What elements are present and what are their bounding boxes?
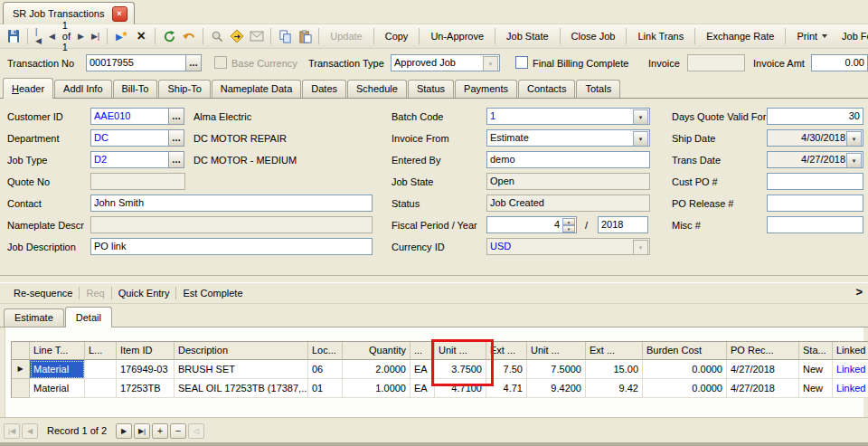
column-header-burden-cost[interactable]: Burden Cost [643, 342, 727, 360]
invoice-amt-field[interactable]: 0.00 [811, 54, 868, 71]
print-button[interactable]: Print [789, 26, 835, 46]
req-button[interactable]: Req [80, 288, 110, 299]
delete-row-button[interactable]: − [170, 423, 186, 439]
job-type-field[interactable]: D2 [90, 151, 169, 168]
column-header-loc[interactable]: Loc... [308, 342, 343, 360]
spinner-up-icon[interactable]: ▴ [562, 218, 575, 225]
cell-linked-link[interactable]: Linked [833, 360, 868, 379]
close-icon[interactable]: × [112, 6, 127, 22]
job-description-field[interactable]: PO link [90, 238, 373, 255]
previous-record-button[interactable]: ◀ [45, 32, 59, 41]
invoice-field[interactable] [687, 54, 745, 71]
exchange-rate-button[interactable]: Exchange Rate [699, 26, 781, 46]
contact-field[interactable]: John Smith [90, 195, 373, 212]
cancel-edit-button[interactable]: ◁ [188, 423, 204, 439]
un-approve-button[interactable]: Un-Approve [423, 26, 491, 46]
tab-schedule[interactable]: Schedule [347, 80, 407, 98]
tab-dates[interactable]: Dates [302, 80, 346, 98]
cell-quantity[interactable]: 2.0000 [343, 360, 410, 379]
preview-button[interactable] [207, 26, 227, 46]
last-row-button[interactable]: ▶| [134, 423, 150, 439]
email-button[interactable] [247, 26, 267, 46]
transaction-type-dropdown[interactable]: Approved Job▾ [391, 54, 500, 71]
cell-unit-price[interactable]: 7.5000 [527, 360, 586, 379]
cell-description[interactable]: SEAL OIL 17253TB (17387,... [175, 379, 308, 398]
next-record-button[interactable]: ▶ [74, 32, 88, 41]
link-trans-button[interactable]: Link Trans [630, 26, 691, 46]
entered-by-field[interactable]: demo [486, 151, 650, 168]
row-selector[interactable] [12, 379, 30, 398]
cell-quantity[interactable]: 1.0000 [343, 379, 410, 398]
cell-status[interactable]: New [799, 360, 833, 379]
tab-header[interactable]: Header [3, 78, 53, 99]
cell-linked-link[interactable]: Linked [833, 379, 868, 398]
fiscal-period-spinner[interactable]: ▴▾ [562, 218, 575, 232]
undo-button[interactable] [179, 26, 199, 46]
department-lookup-button[interactable]: … [168, 129, 184, 147]
update-button[interactable]: Update [323, 26, 369, 46]
cust-po-field[interactable] [767, 173, 863, 190]
cell-loc[interactable]: 06 [308, 360, 343, 379]
tab-nameplate-data[interactable]: Nameplate Data [212, 80, 302, 98]
tab-ship-to[interactable]: Ship-To [158, 80, 210, 98]
currency-id-dropdown[interactable]: USD▾ [486, 238, 650, 255]
trans-date-picker[interactable]: 4/27/2018▾ [767, 151, 863, 168]
batch-code-dropdown[interactable]: 1▾ [486, 108, 650, 125]
cell-ext-price[interactable]: 15.00 [586, 360, 643, 379]
save-button[interactable] [4, 26, 24, 46]
column-header-l[interactable]: L... [85, 342, 117, 360]
row-selector-arrow-icon[interactable]: ▶ [12, 360, 30, 379]
previous-row-button[interactable]: ◀ [22, 423, 38, 439]
column-header-unit-price[interactable]: Unit ... [527, 342, 586, 360]
cell-description[interactable]: BRUSH SET [175, 360, 308, 379]
paste-button[interactable] [295, 26, 315, 46]
chevron-down-icon[interactable]: ▾ [633, 131, 648, 147]
section-splitter[interactable] [0, 275, 868, 283]
job-state-button[interactable]: Job State [499, 26, 555, 46]
tab-payments[interactable]: Payments [455, 80, 517, 98]
cell-burden-cost[interactable]: 0.0000 [643, 379, 727, 398]
tab-addl-info[interactable]: Addl Info [54, 80, 111, 98]
chevron-down-icon[interactable]: ▾ [633, 109, 648, 125]
nameplate-descr-field[interactable] [90, 216, 373, 233]
fiscal-period-field[interactable]: 4▴▾ [486, 216, 577, 233]
column-header-sta[interactable]: Sta... [799, 342, 833, 360]
chevron-down-icon[interactable]: ▾ [846, 153, 862, 168]
ship-date-picker[interactable]: 4/30/2018▾ [767, 129, 863, 147]
cell-po-rec[interactable]: 4/27/2018 [727, 360, 799, 379]
cell-status[interactable]: New [799, 379, 833, 398]
spinner-down-icon[interactable]: ▾ [562, 225, 575, 232]
next-row-button[interactable]: ▶ [116, 423, 132, 439]
misc-field[interactable] [767, 216, 863, 233]
final-billing-complete-checkbox[interactable] [515, 56, 528, 69]
delete-button[interactable]: × [131, 26, 151, 46]
cell-line-type[interactable]: Material [30, 379, 85, 398]
tab-contacts[interactable]: Contacts [518, 80, 575, 98]
cell-item-id[interactable]: 176949-03 [117, 360, 175, 379]
chevron-down-icon[interactable]: ▾ [846, 131, 862, 147]
customer-id-lookup-button[interactable]: … [168, 108, 184, 125]
last-record-button[interactable]: ▶| [88, 32, 103, 41]
cell-l[interactable] [85, 379, 117, 398]
cell-burden-cost[interactable]: 0.0000 [643, 360, 727, 379]
tab-estimate[interactable]: Estimate [4, 308, 64, 327]
copy-record-button[interactable] [275, 26, 295, 46]
toolbar-overflow-chevron[interactable]: > [855, 285, 863, 299]
po-release-field[interactable] [767, 195, 863, 212]
base-currency-checkbox[interactable] [214, 56, 227, 69]
first-row-button[interactable]: |◀ [4, 423, 20, 439]
department-field[interactable]: DC [90, 129, 169, 147]
cell-l[interactable] [85, 360, 117, 379]
close-job-button[interactable]: Close Job [564, 26, 623, 46]
tab-status[interactable]: Status [408, 80, 454, 98]
cell-loc[interactable]: 01 [308, 379, 343, 398]
column-header-item-id[interactable]: Item ID [117, 342, 175, 360]
add-row-button[interactable]: + [152, 423, 168, 439]
column-header-line-type[interactable]: Line T... [30, 342, 85, 360]
cell-unit-price[interactable]: 9.4200 [527, 379, 586, 398]
tab-totals[interactable]: Totals [576, 80, 620, 98]
cell-ext-price[interactable]: 9.42 [586, 379, 643, 398]
column-header-ext-price[interactable]: Ext ... [586, 342, 643, 360]
cell-line-type[interactable]: Material [30, 360, 85, 379]
invoice-from-dropdown[interactable]: Estimate▾ [486, 129, 650, 147]
